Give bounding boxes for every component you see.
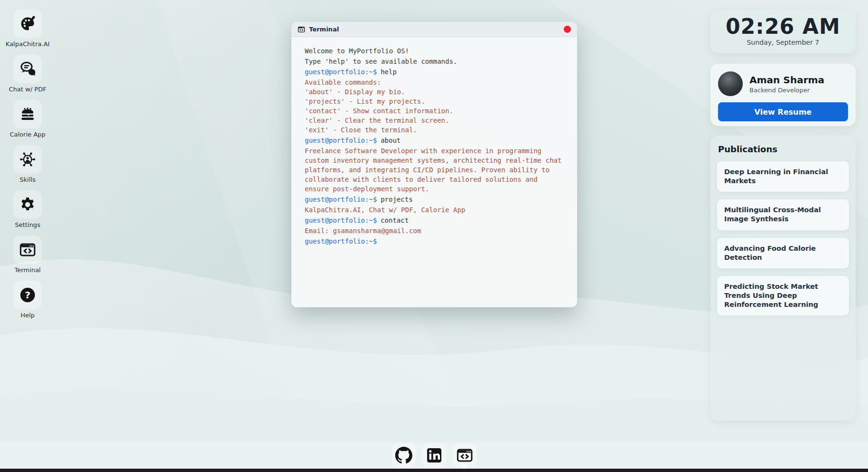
clock-time: 02:26 AM	[710, 15, 856, 38]
terminal-line: Welcome to MyPortfolio OS!	[305, 46, 564, 56]
terminal-output: Freelance Software Developer with experi…	[305, 146, 564, 194]
sidebar-item-label: KalpaChitra.AI	[6, 40, 50, 48]
profile-role: Backend Developer	[749, 87, 824, 94]
publication-item[interactable]: Deep Learning in Financial Markets	[717, 161, 849, 192]
terminal-icon	[13, 236, 42, 264]
terminal-output: Email: gsamansharma@gmail.com	[305, 226, 564, 236]
terminal-titlebar[interactable]: Terminal	[291, 22, 577, 37]
publication-item[interactable]: Predicting Stock Market Trends Using Dee…	[717, 276, 849, 315]
sidebar-item-label: Settings	[15, 221, 40, 228]
burger-icon	[13, 100, 42, 128]
sidebar-item-skills[interactable]: Skills	[3, 145, 52, 183]
view-resume-button[interactable]: View Resume	[718, 102, 848, 121]
terminal-output-area[interactable]: Welcome to MyPortfolio OS! Type 'help' t…	[291, 37, 577, 307]
skills-network-icon	[13, 145, 42, 174]
sidebar-item-terminal[interactable]: Terminal	[3, 236, 52, 274]
profile-card: Aman Sharma Backend Developer View Resum…	[710, 64, 856, 126]
active-app-indicator	[463, 464, 467, 468]
terminal-command-line: guest@portfolio:~$help	[305, 67, 564, 77]
sidebar-item-label: Chat w/ PDF	[9, 86, 47, 93]
sidebar-item-label: Terminal	[15, 266, 41, 274]
sidebar-item-label: Help	[20, 312, 35, 319]
profile-name: Aman Sharma	[749, 74, 824, 86]
close-window-button[interactable]	[564, 26, 571, 33]
publication-item[interactable]: Advancing Food Calorie Detection	[717, 238, 849, 268]
clock-widget: 02:26 AM Sunday, September 7	[710, 10, 856, 53]
terminal-output: KalpaChitra.AI, Chat w/ PDF, Calorie App	[305, 205, 564, 215]
sidebar-item-label: Calorie App	[10, 131, 45, 138]
dock	[0, 442, 868, 469]
help-icon: ?	[13, 281, 42, 309]
terminal-icon[interactable]	[453, 443, 477, 467]
publication-item[interactable]: Multilingual Cross-Modal Image Synthesis	[717, 199, 849, 230]
terminal-output: Available commands: 'about' - Display my…	[305, 78, 564, 135]
clock-date: Sunday, September 7	[710, 39, 856, 46]
palette-icon	[13, 10, 42, 38]
sidebar-item-help[interactable]: ? Help	[3, 281, 52, 319]
sidebar-item-label: Skills	[20, 176, 35, 183]
desktop-app-list: KalpaChitra.AI Chat w/ PDF Calorie App	[3, 10, 52, 319]
terminal-window: Terminal Welcome to MyPortfolio OS! Type…	[291, 22, 577, 307]
terminal-command-line: guest@portfolio:~$projects	[305, 195, 564, 204]
publications-panel: Publications Deep Learning in Financial …	[710, 136, 856, 421]
terminal-window-icon	[298, 26, 305, 33]
gear-icon	[13, 190, 42, 219]
terminal-input-line[interactable]: guest@portfolio:~$	[305, 236, 564, 246]
bottom-taskbar	[0, 469, 868, 472]
sidebar-item-calorie-app[interactable]: Calorie App	[3, 100, 52, 138]
linkedin-icon[interactable]	[422, 443, 446, 467]
terminal-title: Terminal	[309, 26, 339, 33]
sidebar-item-kalpachitra[interactable]: KalpaChitra.AI	[3, 10, 52, 48]
sidebar-item-chat-pdf[interactable]: Chat w/ PDF	[3, 55, 52, 93]
chat-icon	[13, 55, 42, 83]
terminal-line: Type 'help' to see available commands.	[305, 57, 564, 66]
sidebar-item-settings[interactable]: Settings	[3, 190, 52, 228]
publications-title: Publications	[718, 144, 849, 154]
svg-text:?: ?	[25, 289, 30, 301]
github-icon[interactable]	[392, 443, 416, 467]
terminal-command-line: guest@portfolio:~$about	[305, 136, 564, 145]
terminal-command-line: guest@portfolio:~$contact	[305, 216, 564, 225]
avatar	[718, 71, 743, 96]
